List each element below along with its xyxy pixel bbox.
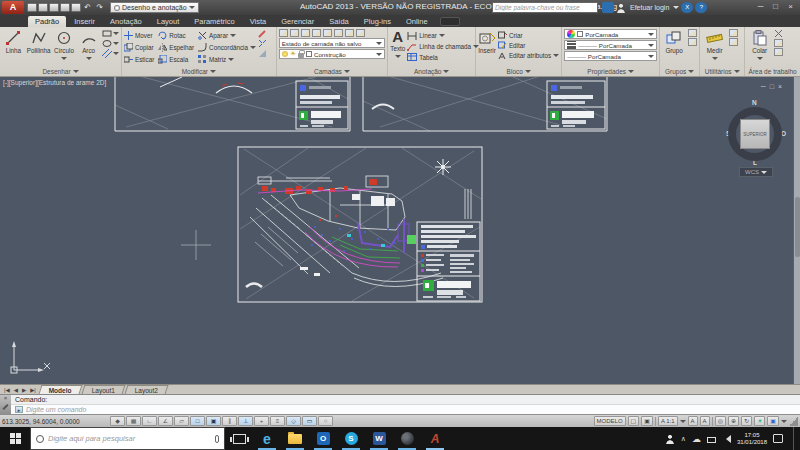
last-tab-button[interactable]: ▶| xyxy=(28,387,38,393)
steering-wheel-icon[interactable]: ◎ xyxy=(715,416,726,426)
layer-color-swatch[interactable] xyxy=(306,51,312,57)
arc-tool[interactable]: Arco xyxy=(77,29,100,63)
panel-label[interactable]: Desenhar xyxy=(0,66,121,76)
panel-label[interactable]: Utilitários xyxy=(700,66,744,76)
color-dropdown[interactable]: PorCamada xyxy=(564,29,657,39)
chevron-down-icon[interactable] xyxy=(113,32,119,38)
taskbar-search[interactable] xyxy=(30,427,225,450)
polar-toggle[interactable]: ▱ xyxy=(174,416,189,426)
saveas-icon[interactable] xyxy=(60,3,70,12)
command-input-line[interactable]: ▸ Digite um comando xyxy=(11,405,800,414)
prev-tab-button[interactable]: ◀ xyxy=(12,387,20,393)
login-button[interactable]: Efetuar login xyxy=(630,4,669,11)
quick-select-icon[interactable] xyxy=(729,29,738,37)
network-icon[interactable] xyxy=(707,437,716,443)
panel-label[interactable]: Propriedades xyxy=(562,66,659,76)
measure-tool[interactable]: Medir xyxy=(702,29,727,63)
line-tool[interactable]: Linha xyxy=(2,29,25,54)
onedrive-cloud-icon[interactable]: ☁ xyxy=(692,434,701,444)
undo-icon[interactable]: ↶ xyxy=(82,2,93,13)
layer-on-icon[interactable] xyxy=(282,51,288,57)
trim-tool[interactable]: Aparar xyxy=(198,29,256,41)
drawing-area[interactable]: [-][Superior][Estrutura de arame 2D] ─ □… xyxy=(0,77,800,384)
lwt-toggle[interactable]: ≡ xyxy=(270,416,285,426)
skype-app[interactable]: S xyxy=(342,429,360,448)
autocomplete-icon[interactable]: ▸ xyxy=(15,406,23,413)
sc-toggle[interactable]: ○ xyxy=(318,416,333,426)
tray-chevron-icon[interactable]: ∧ xyxy=(681,435,686,443)
new-file-icon[interactable] xyxy=(27,3,37,12)
restore-button[interactable]: □ xyxy=(768,0,783,13)
tab-layout2[interactable]: Layout2 xyxy=(124,385,168,394)
otrack-toggle[interactable]: ∥ xyxy=(222,416,237,426)
chevron-down-icon[interactable] xyxy=(757,57,763,63)
chevron-down-icon[interactable] xyxy=(230,34,236,40)
snap-toggle[interactable]: ▦ xyxy=(126,416,141,426)
action-center-icon[interactable] xyxy=(773,434,783,443)
tab-online[interactable]: Online xyxy=(399,16,435,27)
annotation-monitor-icon[interactable]: ▣ xyxy=(767,416,779,426)
close-button[interactable]: × xyxy=(783,0,798,13)
panel-label[interactable]: Camadas xyxy=(277,66,388,76)
doc-restore-button[interactable]: □ xyxy=(770,83,774,90)
group-tool[interactable]: Grupo xyxy=(662,29,686,54)
next-tab-button[interactable]: ▶ xyxy=(20,387,28,393)
panel-label[interactable]: Bloco xyxy=(476,66,561,76)
wrench-icon[interactable] xyxy=(2,404,8,410)
volume-icon[interactable] xyxy=(722,435,731,443)
linetype-dropdown[interactable]: ——— PorCamada xyxy=(564,51,657,61)
media-icon[interactable] xyxy=(440,17,460,26)
grid-toggle[interactable]: ∟ xyxy=(142,416,157,426)
chevron-down-icon[interactable] xyxy=(553,54,559,60)
panel-label[interactable]: Grupos xyxy=(660,66,699,76)
layer-thaw-icon[interactable]: ☀ xyxy=(290,50,296,58)
tab-vista[interactable]: Vista xyxy=(243,16,274,27)
fillet-tool[interactable]: Concordância xyxy=(198,41,256,53)
workspace-switch-icon[interactable]: ☀ xyxy=(754,416,765,426)
array-tool[interactable]: Matriz xyxy=(198,53,256,65)
ungroup-icon[interactable] xyxy=(688,29,697,37)
help-icon[interactable]: ? xyxy=(695,2,707,13)
match-properties-icon[interactable] xyxy=(774,48,783,56)
leader-tool[interactable]: Linha de chamada xyxy=(407,42,479,51)
chevron-down-icon[interactable] xyxy=(673,6,679,12)
tab-gerenciar[interactable]: Gerenciar xyxy=(274,16,321,27)
layer-properties-icon[interactable] xyxy=(279,29,288,37)
vertical-scrollbar[interactable] xyxy=(793,77,800,384)
rotate-tool[interactable]: Rotac xyxy=(158,29,194,41)
stretch-tool[interactable]: Esticar xyxy=(124,53,154,65)
plot-icon[interactable] xyxy=(71,3,81,12)
quick-view-layouts-icon[interactable]: ▢ xyxy=(628,416,640,426)
chevron-down-icon[interactable] xyxy=(250,46,256,52)
osnap-toggle[interactable]: □ xyxy=(190,416,205,426)
tab-padrao[interactable]: Padrão xyxy=(28,16,66,27)
mirror-tool[interactable]: Espelhar xyxy=(158,41,194,53)
fade-icon[interactable] xyxy=(258,49,267,58)
qp-toggle[interactable]: ▭ xyxy=(302,416,317,426)
first-tab-button[interactable]: |◀ xyxy=(2,387,12,393)
chevron-down-icon[interactable] xyxy=(439,34,445,40)
quick-calc-icon[interactable] xyxy=(729,38,738,46)
text-tool[interactable]: A Texto xyxy=(390,29,405,61)
lineweight-dropdown[interactable]: ——— PorCamada xyxy=(564,40,657,50)
save-icon[interactable] xyxy=(49,3,59,12)
microphone-icon[interactable] xyxy=(215,435,219,443)
search-icon[interactable] xyxy=(602,2,614,13)
chevron-down-icon[interactable] xyxy=(61,57,67,63)
tab-plugins[interactable]: Plug-ins xyxy=(357,16,398,27)
chevron-down-icon[interactable] xyxy=(86,57,92,63)
open-file-icon[interactable] xyxy=(38,3,48,12)
edit-block-tool[interactable]: Editar xyxy=(498,41,525,49)
ortho-toggle[interactable]: ∠ xyxy=(158,416,173,426)
ducs-toggle[interactable]: ⊥ xyxy=(238,416,253,426)
layer-prev-icon[interactable] xyxy=(301,29,310,37)
zoom-icon[interactable]: ↻ xyxy=(741,416,752,426)
chevron-down-icon[interactable] xyxy=(113,52,119,58)
chevron-down-icon[interactable] xyxy=(395,55,401,61)
model-space-button[interactable]: MODELO xyxy=(594,416,626,426)
move-tool[interactable]: Mover xyxy=(124,29,154,41)
tab-modelo[interactable]: Modelo xyxy=(38,385,82,394)
autoscale-icon[interactable]: A xyxy=(700,416,710,426)
drawing-canvas[interactable] xyxy=(0,77,793,384)
polyline-tool[interactable]: Polilinha xyxy=(27,29,51,54)
